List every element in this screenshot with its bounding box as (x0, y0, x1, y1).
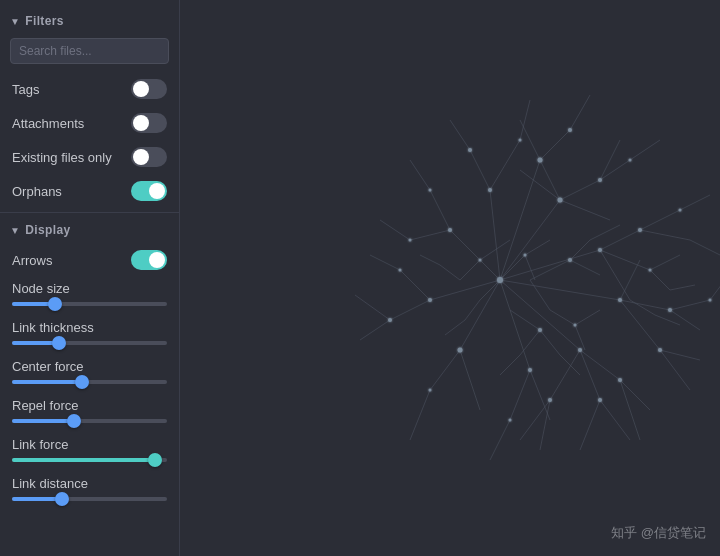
svg-line-81 (465, 300, 480, 320)
svg-point-95 (578, 348, 582, 352)
svg-line-16 (600, 250, 630, 300)
svg-line-10 (560, 180, 600, 200)
svg-point-125 (574, 324, 577, 327)
svg-line-33 (540, 130, 570, 160)
svg-line-90 (655, 315, 680, 325)
filters-section-label: Filters (25, 14, 64, 28)
svg-point-118 (629, 159, 632, 162)
graph-area[interactable]: 知乎 @信贷笔记 (180, 0, 720, 556)
svg-line-15 (600, 250, 650, 270)
slider-row-node-size: Node size (0, 277, 179, 316)
filters-section-header[interactable]: ▼ Filters (0, 8, 179, 34)
svg-line-89 (630, 300, 655, 315)
divider-1 (0, 212, 179, 213)
filters-arrow: ▼ (10, 16, 20, 27)
filter-row-orphans: Orphans (0, 174, 179, 208)
toggle-orphans[interactable] (131, 181, 167, 201)
slider-track-link-thickness[interactable] (12, 341, 167, 345)
filter-label-existing-only: Existing files only (12, 150, 112, 165)
svg-line-26 (460, 350, 480, 410)
svg-line-14 (600, 230, 640, 250)
svg-line-57 (520, 100, 530, 140)
slider-row-repel-force: Repel force (0, 394, 179, 433)
svg-point-101 (538, 158, 543, 163)
svg-point-96 (528, 368, 532, 372)
svg-line-60 (680, 195, 710, 210)
svg-line-30 (430, 190, 450, 230)
svg-line-59 (630, 140, 660, 160)
svg-line-83 (550, 310, 575, 325)
slider-track-link-force[interactable] (12, 458, 167, 462)
slider-row-center-force: Center force (0, 355, 179, 394)
svg-line-79 (525, 255, 535, 280)
filter-label-attachments: Attachments (12, 116, 84, 131)
svg-line-78 (525, 240, 550, 255)
svg-line-40 (670, 310, 700, 330)
svg-line-3 (500, 280, 580, 350)
svg-line-29 (410, 230, 450, 240)
svg-point-120 (709, 299, 712, 302)
svg-line-43 (620, 380, 650, 410)
svg-point-105 (658, 348, 662, 352)
svg-line-37 (640, 210, 680, 230)
svg-point-103 (638, 228, 642, 232)
svg-line-68 (570, 240, 590, 260)
slider-label-link-force: Link force (12, 437, 167, 452)
svg-line-87 (650, 270, 670, 290)
svg-line-82 (445, 320, 465, 335)
svg-line-11 (560, 200, 610, 220)
search-input[interactable] (10, 38, 169, 64)
filter-label-orphans: Orphans (12, 184, 62, 199)
svg-line-55 (410, 160, 430, 190)
svg-point-115 (468, 148, 472, 152)
slider-row-link-thickness: Link thickness (0, 316, 179, 355)
svg-line-84 (575, 310, 600, 325)
svg-line-28 (400, 270, 430, 300)
svg-line-72 (590, 225, 620, 240)
svg-line-35 (600, 160, 630, 180)
svg-line-71 (520, 330, 540, 355)
svg-line-74 (420, 255, 440, 265)
svg-line-54 (380, 220, 410, 240)
svg-line-69 (570, 260, 600, 275)
svg-point-113 (409, 239, 412, 242)
toggle-attachments[interactable] (131, 113, 167, 133)
svg-point-108 (548, 398, 552, 402)
svg-point-112 (399, 269, 402, 272)
slider-track-repel-force[interactable] (12, 419, 167, 423)
svg-line-32 (490, 140, 520, 190)
filter-row-attachments: Attachments (0, 106, 179, 140)
slider-row-link-distance: Link distance (0, 472, 179, 511)
svg-line-42 (660, 350, 690, 390)
svg-line-73 (440, 265, 460, 280)
toggle-tags[interactable] (131, 79, 167, 99)
slider-track-node-size[interactable] (12, 302, 167, 306)
display-section-header[interactable]: ▼ Display (0, 217, 179, 243)
slider-label-repel-force: Repel force (12, 398, 167, 413)
svg-line-27 (390, 300, 430, 320)
svg-point-116 (519, 139, 522, 142)
svg-line-76 (500, 355, 520, 375)
svg-line-39 (670, 300, 710, 310)
svg-point-98 (428, 298, 432, 302)
svg-line-49 (490, 420, 510, 460)
svg-point-110 (429, 389, 432, 392)
svg-line-18 (620, 300, 660, 350)
svg-point-121 (568, 258, 572, 262)
svg-point-111 (388, 318, 392, 322)
svg-point-104 (668, 308, 672, 312)
svg-point-106 (618, 378, 622, 382)
slider-track-center-force[interactable] (12, 380, 167, 384)
svg-line-41 (660, 350, 700, 360)
svg-line-5 (460, 280, 500, 350)
svg-line-75 (560, 355, 580, 375)
toggle-existing-only[interactable] (131, 147, 167, 167)
filter-label-tags: Tags (12, 82, 39, 97)
svg-point-109 (509, 419, 512, 422)
search-box (10, 38, 169, 64)
svg-point-114 (429, 189, 432, 192)
svg-point-124 (479, 259, 482, 262)
slider-track-link-distance[interactable] (12, 497, 167, 501)
svg-point-94 (618, 298, 622, 302)
toggle-arrows[interactable] (131, 250, 167, 270)
